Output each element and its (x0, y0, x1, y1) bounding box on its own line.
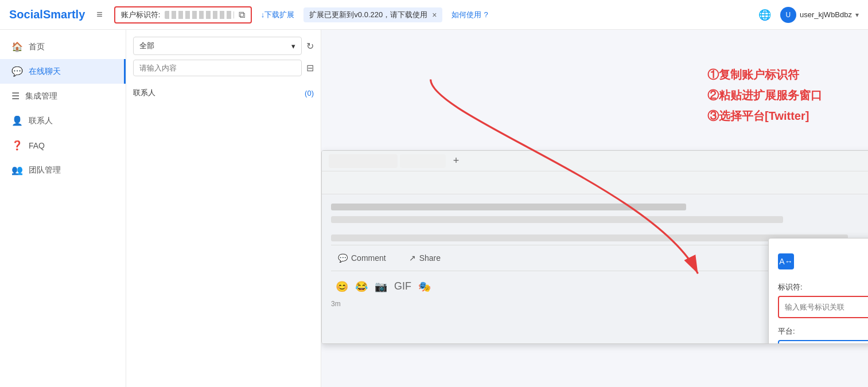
account-id-value (165, 11, 233, 19)
instruction-step3: ③选择平台[Twitter] (707, 105, 822, 126)
browser-tab-blurred-2 (400, 154, 446, 168)
copy-icon[interactable]: ⧉ (239, 10, 245, 20)
comment-button[interactable]: 💬 Comment (331, 250, 393, 266)
globe-icon[interactable]: 🌐 (758, 9, 771, 21)
share-button[interactable]: ↗ Share (402, 250, 447, 266)
update-banner-close-icon[interactable]: × (432, 10, 437, 19)
sidebar-item-label: 联系人 (29, 116, 53, 126)
home-icon: 🏠 (11, 41, 23, 52)
sidebar: 🏠 首页 💬 在线聊天 ☰ 集成管理 👤 联系人 ❓ FAQ 👥 团队管理 (0, 30, 126, 387)
faq-icon: ❓ (11, 140, 23, 151)
browser-titlebar: + ∨ — ⬜ ✕ (322, 151, 868, 171)
refresh-icon[interactable]: ↻ (306, 41, 314, 52)
instruction-overlay: ①复制账户标识符 ②粘贴进扩展服务窗口 ③选择平台[Twitter] (707, 64, 822, 126)
content-area: 全部 ▾ ↻ ⊟ 联系人 (0) (126, 30, 868, 387)
browser-toolbar: ↗ ★ ○ ✦ 👤 ⋮ (322, 171, 868, 194)
chevron-down-icon: ▾ (291, 42, 295, 50)
sidebar-item-home[interactable]: 🏠 首页 (0, 34, 126, 59)
translate-icon: A↔ (778, 253, 794, 269)
emoji-2[interactable]: 😂 (355, 280, 368, 293)
search-input[interactable] (133, 60, 302, 76)
sidebar-item-label: FAQ (29, 141, 45, 150)
browser-tab-area: + (329, 153, 868, 169)
filter-dropdown[interactable]: 全部 ▾ (133, 37, 302, 55)
update-banner: 扩展已更新到v0.0.220，请下载使用 × (303, 7, 442, 22)
user-name: user_kjWbBdbz (800, 10, 852, 19)
sidebar-item-label: 集成管理 (25, 91, 57, 101)
browser-window: + ∨ — ⬜ ✕ ↗ ★ (321, 150, 868, 344)
filter-all-label: 全部 (139, 41, 154, 51)
sidebar-item-label: 在线聊天 (29, 67, 61, 77)
account-id-label: 账户标识符: (121, 10, 161, 20)
question-icon: ? (484, 10, 488, 19)
main-body: 🏠 首页 💬 在线聊天 ☰ 集成管理 👤 联系人 ❓ FAQ 👥 团队管理 (0, 30, 868, 387)
identifier-input[interactable] (778, 296, 868, 318)
identifier-label: 标识符: (778, 282, 868, 292)
sidebar-item-contacts[interactable]: 👤 联系人 (0, 108, 126, 133)
hamburger-icon[interactable]: ≡ (94, 6, 105, 23)
chat-filter: 全部 ▾ ↻ ⊟ (126, 30, 321, 83)
chevron-down-icon[interactable]: ▾ (855, 11, 859, 19)
user-info[interactable]: U user_kjWbBdbz ▾ (780, 7, 859, 23)
contacts-header: 联系人 (0) (126, 83, 321, 103)
ext-popup-header: A↔ (778, 248, 868, 275)
platform-select-wrapper: Twitter Facebook Instagram LinkedIn (778, 340, 868, 344)
instruction-step1: ①复制账户标识符 (707, 64, 822, 85)
sidebar-item-faq[interactable]: ❓ FAQ (0, 133, 126, 158)
app-container: SocialSmartly ≡ 账户标识符: ⧉ ↓下载扩展 扩展已更新到v0.… (0, 0, 868, 387)
contacts-icon: 👤 (11, 115, 23, 126)
header: SocialSmartly ≡ 账户标识符: ⧉ ↓下载扩展 扩展已更新到v0.… (0, 0, 868, 30)
sidebar-item-integration[interactable]: ☰ 集成管理 (0, 84, 126, 108)
sidebar-item-label: 团队管理 (29, 165, 61, 175)
logo: SocialSmartly (9, 8, 85, 21)
instruction-step2: ②粘贴进扩展服务窗口 (707, 85, 822, 105)
integration-icon: ☰ (11, 91, 20, 101)
chat-panel: 全部 ▾ ↻ ⊟ 联系人 (0) (126, 30, 321, 387)
platform-select[interactable]: Twitter Facebook Instagram LinkedIn (778, 340, 868, 344)
update-banner-text: 扩展已更新到v0.0.220，请下载使用 (309, 10, 427, 20)
share-icon: ↗ (409, 253, 416, 263)
sidebar-item-team[interactable]: 👥 团队管理 (0, 158, 126, 182)
content-blurred-1 (331, 204, 686, 210)
content-blurred-2 (331, 216, 783, 223)
account-id-box: 账户标识符: ⧉ (114, 6, 252, 24)
emoji-4[interactable]: GIF (394, 280, 411, 293)
comment-icon: 💬 (338, 253, 348, 263)
how-to-use-link[interactable]: 如何使用 ? (451, 10, 488, 20)
download-extension-button[interactable]: ↓下载扩展 (261, 10, 295, 20)
emoji-3[interactable]: 📷 (375, 280, 387, 293)
avatar: U (780, 7, 796, 23)
sidebar-item-chat[interactable]: 💬 在线聊天 (0, 59, 126, 84)
emoji-5[interactable]: 🎭 (418, 280, 431, 293)
extension-popup: A↔ 标识符: 平台: Twitter Facebook (768, 238, 868, 344)
filter-icon[interactable]: ⊟ (306, 62, 314, 73)
chat-icon: 💬 (11, 66, 23, 77)
emoji-1[interactable]: 😊 (336, 280, 348, 293)
page-content: 💬 Comment ↗ Share 😊 😂 (322, 194, 868, 343)
chat-main: ①复制账户标识符 ②粘贴进扩展服务窗口 ③选择平台[Twitter] (321, 30, 868, 387)
filter-row: 全部 ▾ ↻ (133, 37, 314, 55)
team-icon: 👥 (11, 165, 23, 175)
sidebar-item-label: 首页 (29, 42, 45, 52)
contacts-count: (0) (305, 89, 314, 97)
tab-add-button[interactable]: + (448, 153, 464, 169)
platform-label: 平台: (778, 326, 868, 337)
contacts-label: 联系人 (133, 88, 155, 98)
search-row: ⊟ (133, 60, 314, 76)
browser-tab-blurred (329, 154, 398, 168)
